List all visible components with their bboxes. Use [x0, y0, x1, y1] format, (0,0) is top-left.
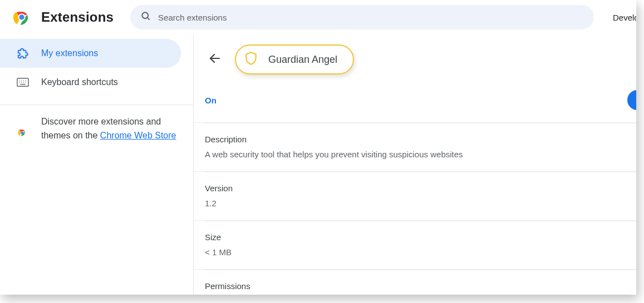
search-icon	[140, 11, 151, 24]
extension-detail: Guardian Angel On Description A web secu…	[194, 34, 636, 295]
keyboard-icon	[17, 77, 29, 87]
shield-icon	[244, 51, 258, 68]
status-label: On	[205, 96, 217, 105]
sidebar-item-my-extensions[interactable]: My extensions	[0, 39, 181, 68]
extension-title-pill: Guardian Angel	[235, 44, 354, 74]
sidebar-item-keyboard-shortcuts[interactable]: Keyboard shortcuts	[0, 68, 181, 97]
description-value: A web security tool that helps you preve…	[205, 150, 623, 159]
permissions-label: Permissions	[205, 281, 623, 291]
search-input[interactable]	[158, 13, 584, 22]
svg-point-16	[21, 132, 24, 135]
size-section: Size < 1 MB	[205, 221, 636, 269]
sidebar: My extensions Keyboard shortcuts	[0, 34, 194, 295]
arrow-left-icon	[208, 52, 222, 67]
back-button[interactable]	[205, 49, 225, 69]
svg-line-4	[148, 18, 150, 20]
sidebar-item-label: Keyboard shortcuts	[41, 77, 118, 87]
svg-point-1	[19, 15, 24, 20]
version-label: Version	[205, 183, 623, 193]
promo-text: Discover more extensions and themes on t…	[41, 115, 178, 143]
size-value: < 1 MB	[205, 247, 623, 257]
developer-mode-label: Developer mode	[605, 13, 636, 22]
header: Extensions Developer mode	[0, 0, 636, 34]
chrome-web-store-link[interactable]: Chrome Web Store	[100, 131, 176, 140]
svg-rect-5	[17, 78, 28, 87]
sidebar-item-label: My extensions	[41, 48, 98, 58]
enable-toggle[interactable]	[627, 90, 636, 110]
search-box[interactable]	[130, 5, 594, 29]
size-label: Size	[205, 232, 623, 242]
permissions-section: Permissions	[205, 270, 636, 295]
chrome-store-icon	[17, 115, 28, 143]
divider	[0, 105, 193, 105]
version-value: 1.2	[205, 198, 623, 208]
svg-point-3	[142, 12, 148, 18]
chrome-logo-icon	[13, 9, 30, 26]
description-label: Description	[205, 135, 623, 144]
extension-name: Guardian Angel	[268, 54, 337, 66]
page-title: Extensions	[41, 9, 114, 25]
web-store-promo: Discover more extensions and themes on t…	[0, 115, 193, 143]
description-section: Description A web security tool that hel…	[205, 123, 636, 171]
version-section: Version 1.2	[205, 172, 636, 220]
puzzle-icon	[17, 47, 29, 59]
